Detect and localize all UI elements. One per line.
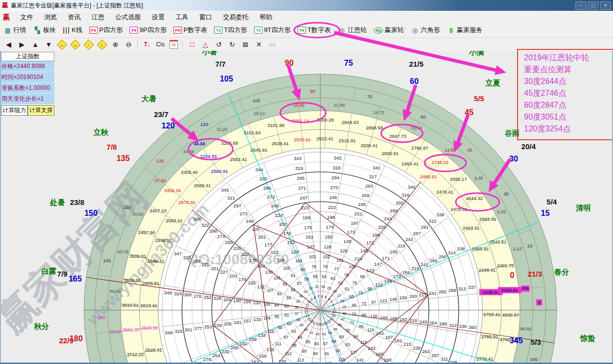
solar-term-label: 立秋 xyxy=(93,128,109,136)
pointer-up-button[interactable]: ▲ xyxy=(29,40,42,50)
price-value: 2605.91 xyxy=(142,281,159,286)
forward-button[interactable]: ▶ xyxy=(16,40,28,50)
triangle-tool-button[interactable]: △ xyxy=(199,40,212,50)
toolbar-button-hexagon[interactable]: ◎六角形 xyxy=(409,25,441,36)
degree-value: 15 xyxy=(527,243,532,248)
calc-support-button[interactable]: 计算支撑 xyxy=(28,105,54,116)
menu-item[interactable]: 工具 xyxy=(170,12,194,23)
toolbar-button-9t-square[interactable]: T99T四方形 xyxy=(253,25,292,36)
toolbar-button-p-square[interactable]: PSP四方形 xyxy=(88,25,125,36)
toolbar-button-9p-square[interactable]: P99P四方形 xyxy=(128,25,168,36)
x-box-button[interactable]: ⊠ xyxy=(239,40,252,50)
delete-x-button[interactable]: ✕ xyxy=(253,40,265,50)
spiral-number: 136 xyxy=(278,359,286,363)
spiral-number: 244 xyxy=(384,216,392,221)
toolbar-button-sectors[interactable]: ▚板块 xyxy=(32,25,57,36)
spiral-number: 5 xyxy=(324,295,326,299)
menu-item[interactable]: 资讯 xyxy=(62,12,86,23)
step-right-button[interactable]: → xyxy=(69,40,82,50)
t-down-button[interactable]: T↓ xyxy=(141,40,153,50)
spiral-number: 85 xyxy=(274,314,279,319)
degree-value: 150 xyxy=(123,204,131,210)
price-value: 2568.41 xyxy=(194,183,211,188)
back-button[interactable]: ◀ xyxy=(2,40,15,50)
spiral-number: 145 xyxy=(390,296,397,302)
spiral-number: 253 xyxy=(204,324,212,329)
spiral-number: 47 xyxy=(341,317,345,322)
spiral-number: 347 xyxy=(174,251,182,256)
spiral-number: 264 xyxy=(429,320,437,325)
degree-value: 90 xyxy=(310,88,315,94)
spiral-number: 39 xyxy=(300,323,304,327)
toolbar-button-quotes[interactable]: ▦行情 xyxy=(2,25,28,36)
spiral-number: 57 xyxy=(297,281,302,286)
toolbar-button-t-square[interactable]: T3T四方形 xyxy=(213,25,249,36)
menu-item[interactable]: 窗口 xyxy=(194,12,218,23)
degree-label: 75 xyxy=(344,59,353,67)
spiral-number: 266 xyxy=(430,258,438,263)
spiral-number: 46 xyxy=(338,323,342,327)
rotate-left-button[interactable]: ↺ xyxy=(213,40,225,50)
toolbar-button-kline[interactable]: K线 xyxy=(61,25,84,36)
zoom-in-button[interactable]: ⊕ xyxy=(109,40,122,50)
spiral-number: 94 xyxy=(353,334,358,339)
spiral-number: 67 xyxy=(323,341,328,346)
calc-resistance-button[interactable]: 计算阻力 xyxy=(1,105,28,116)
cls-button[interactable]: Cls xyxy=(154,40,167,50)
spiral-number: 193 xyxy=(409,293,417,299)
spiral-number: 173 xyxy=(347,229,355,235)
menu-item[interactable]: 帮助 xyxy=(254,12,278,23)
spiral-number: 104 xyxy=(295,258,302,263)
spiral-number: 97 xyxy=(371,300,376,305)
menu-item[interactable]: 交易委托 xyxy=(218,12,254,23)
spiral-number: 154 xyxy=(257,263,265,269)
spiral-number: 203 xyxy=(229,273,237,279)
zoom-out-button[interactable]: ⊖ xyxy=(123,40,135,50)
step-left-button[interactable]: ← xyxy=(56,40,68,50)
spiral-number: 155 xyxy=(248,280,256,285)
spiral-number: 315 xyxy=(429,218,437,224)
toolbar-label: 行情 xyxy=(13,26,26,35)
step-size: 周天变化步长=1 xyxy=(1,94,54,105)
calendar-button[interactable]: 21 xyxy=(168,40,180,50)
menu-item[interactable]: 文件 xyxy=(15,12,39,23)
spiral-number: 37 xyxy=(295,312,299,316)
degree-value: 135 xyxy=(156,158,164,163)
spiral-number: 289 xyxy=(448,287,456,293)
rect-tool-button[interactable]: □ xyxy=(186,40,198,50)
price-value: 3101.99 xyxy=(267,122,284,128)
price-value: 3407.10 xyxy=(150,208,167,213)
close-button[interactable]: ✕ xyxy=(600,1,611,10)
spiral-number: 301 xyxy=(184,327,192,332)
step-up-button[interactable]: ↑ xyxy=(83,40,95,50)
toolbar-button-p-table[interactable]: PNP数字表 xyxy=(172,25,209,36)
date-label: 23/8 xyxy=(70,198,84,206)
spiral-number: 277 xyxy=(194,325,202,331)
menu-item[interactable]: 浏览 xyxy=(39,12,62,23)
winner-service-icon: $ xyxy=(447,27,455,34)
projector-button[interactable]: ▭ xyxy=(266,40,278,50)
step-down-button[interactable]: ↓ xyxy=(96,40,108,50)
toolbar-button-winner-wheel[interactable]: Big赢家轮 xyxy=(372,25,405,36)
price-value: 2448.41 xyxy=(479,267,495,273)
menu-item[interactable]: 公式选股 xyxy=(110,12,146,23)
toolbar-button-gann-wheel[interactable]: ◎江恩轮 xyxy=(336,25,368,36)
price-value: 2545.91 xyxy=(250,147,267,153)
spiral-number: 99 xyxy=(360,274,365,279)
pointer-down-button[interactable]: ▼ xyxy=(43,40,55,50)
spiral-number: 40 xyxy=(304,327,308,332)
menu-item[interactable]: 设置 xyxy=(146,12,170,23)
maximize-button[interactable]: ▢ xyxy=(588,1,599,10)
spiral-number: 95 xyxy=(359,324,364,329)
minimize-button[interactable]: ─ xyxy=(575,1,586,10)
spiral-number: 245 xyxy=(358,202,366,207)
toolbar-button-t-table[interactable]: TNT数字表 xyxy=(296,25,332,36)
rotate-right-button[interactable]: ↻ xyxy=(226,40,238,50)
solar-term-label: 小暑 xyxy=(202,51,217,56)
spiral-number: 144 xyxy=(380,315,388,320)
price-value: 3051.14 xyxy=(292,118,309,123)
menu-item[interactable]: 江恩 xyxy=(86,12,110,23)
toolbar-button-winner-service[interactable]: $赢家服务 xyxy=(445,25,484,36)
price-value: 2508.41 xyxy=(360,143,377,148)
spiral-number: 166 xyxy=(376,351,384,357)
